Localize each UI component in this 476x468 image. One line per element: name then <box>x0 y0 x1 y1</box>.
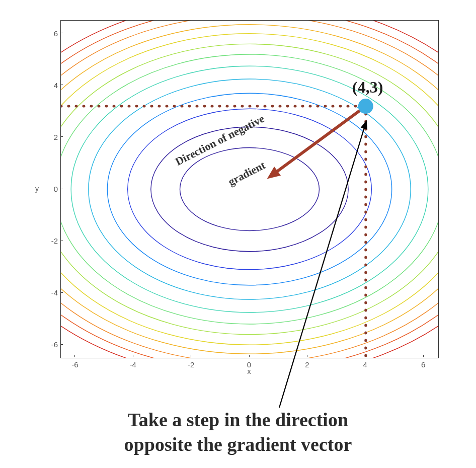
point-label: (4,3) <box>352 78 383 97</box>
y-tick-label: -2 <box>43 237 58 245</box>
contour-svg <box>61 21 438 358</box>
x-tick-label: 4 <box>363 360 367 369</box>
y-tick-label: 0 <box>43 185 58 193</box>
plot-axes-box <box>60 20 439 358</box>
x-tick-label: -4 <box>130 360 136 369</box>
x-tick-label: 6 <box>421 360 425 369</box>
contour-plot: -6-4-20246 -6-4-20246 x y <box>30 10 448 372</box>
y-tick-label: 2 <box>43 132 58 141</box>
svg-point-10 <box>61 25 438 354</box>
svg-point-13 <box>61 21 438 358</box>
svg-point-3 <box>128 109 372 270</box>
x-tick-label: -6 <box>71 360 78 369</box>
y-tick-label: 4 <box>43 81 58 89</box>
svg-point-11 <box>61 21 438 358</box>
caption-line2: opposite the gradient vector <box>124 434 352 455</box>
y-axis-label: y <box>35 185 39 193</box>
svg-point-2 <box>151 127 348 251</box>
svg-point-1 <box>180 148 320 231</box>
y-tick-label: 6 <box>43 29 58 37</box>
caption-line1: Take a step in the direction <box>128 409 348 430</box>
svg-point-18 <box>358 99 373 114</box>
svg-point-12 <box>61 21 438 358</box>
y-tick-label: -6 <box>43 340 58 349</box>
y-tick-label: -4 <box>43 288 58 297</box>
svg-point-6 <box>71 66 428 313</box>
caption-text: Take a step in the direction opposite th… <box>0 408 476 457</box>
x-axis-label: x <box>248 367 251 375</box>
x-tick-label: 2 <box>305 360 309 369</box>
x-tick-label: -2 <box>188 360 194 369</box>
svg-line-16 <box>273 106 366 174</box>
